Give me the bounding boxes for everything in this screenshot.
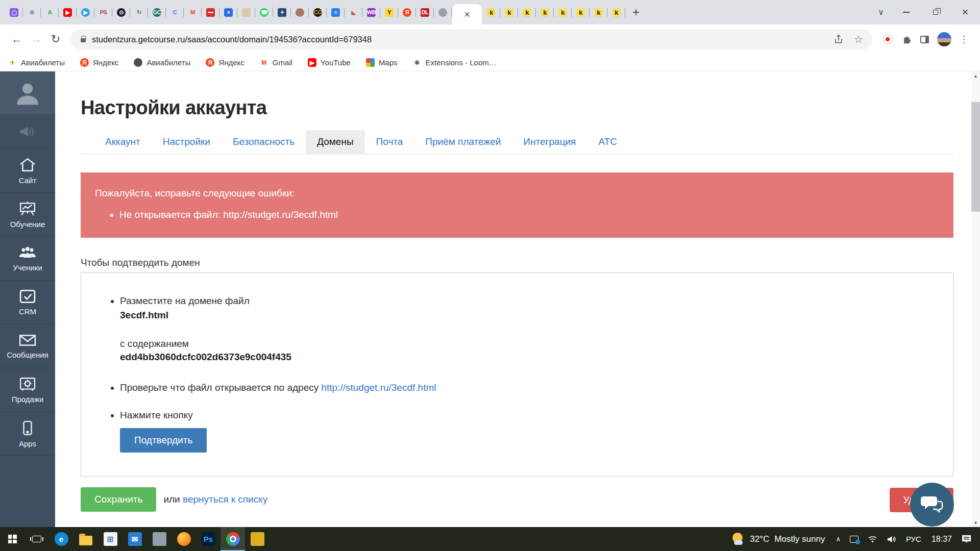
bookmark-item[interactable]: ▶ YouTube (308, 58, 351, 67)
sidebar-item-messages[interactable]: Сообщения (0, 324, 55, 368)
bookmark-star-icon[interactable]: ☆ (854, 33, 863, 45)
bookmark-item[interactable]: Я Яндекс (80, 58, 118, 67)
k-tab[interactable]: k (500, 0, 518, 24)
minimize-button[interactable] (891, 0, 921, 24)
pinned-tab[interactable]: A (41, 0, 59, 24)
settings-tab[interactable]: Домены (306, 130, 364, 154)
k-tab[interactable]: k (536, 0, 554, 24)
tab-close-icon[interactable]: × (464, 9, 470, 19)
pinned-tab[interactable]: ◣ (345, 0, 362, 24)
share-icon[interactable] (834, 34, 844, 44)
taskbar-app[interactable]: e (49, 527, 74, 551)
tray-expand-icon[interactable]: ∧ (831, 535, 845, 543)
step2-file-link[interactable]: http://studget.ru/3ecdf.html (322, 382, 436, 393)
start-button[interactable] (0, 527, 24, 551)
address-bar[interactable]: studentzura.getcourse.ru/saas/account/do… (70, 29, 872, 49)
taskbar-app[interactable] (74, 527, 98, 551)
save-button[interactable]: Сохранить (81, 487, 156, 512)
sidebar-item-sales[interactable]: Продажи (0, 368, 55, 412)
pinned-tab[interactable]: ▶ (77, 0, 94, 24)
pinned-tab[interactable]: GC (148, 0, 166, 24)
taskbar-app[interactable] (245, 527, 270, 551)
close-button[interactable]: × (950, 0, 980, 24)
pinned-tab[interactable]: ⚙ (23, 0, 41, 24)
pinned-tab[interactable]: DL (416, 0, 434, 24)
support-chat-button[interactable] (910, 483, 954, 527)
sidebar-item-apps[interactable]: Apps (0, 412, 55, 456)
k-tab[interactable]: k (590, 0, 607, 24)
lock-icon[interactable] (81, 38, 86, 42)
pinned-tab[interactable]: ☎ (255, 0, 273, 24)
pinned-tab[interactable]: CO (309, 0, 327, 24)
pinned-tab[interactable]: ≡ (327, 0, 345, 24)
pinned-tab[interactable] (237, 0, 255, 24)
pinned-tab[interactable]: ▶ (59, 0, 77, 24)
clock[interactable]: 18:37 (926, 535, 957, 544)
url-text[interactable]: studentzura.getcourse.ru/saas/account/do… (92, 35, 372, 44)
reload-button[interactable]: ↻ (46, 30, 65, 49)
pinned-tab[interactable] (434, 0, 452, 24)
new-tab-button[interactable]: + (628, 5, 644, 20)
settings-tab[interactable]: Приём платежей (414, 130, 512, 154)
forward-button[interactable]: → (27, 30, 46, 49)
pinned-tab[interactable]: M (184, 0, 202, 24)
taskbar-app[interactable]: ✉ (122, 527, 147, 551)
sidebar-announcements[interactable] (0, 114, 55, 149)
scroll-down-icon[interactable]: ▼ (971, 518, 980, 527)
confirm-domain-button[interactable]: Подтвердить (120, 428, 207, 453)
back-to-list-link[interactable]: вернуться к списку (183, 494, 267, 505)
taskbar-app[interactable] (172, 527, 196, 551)
tray-tablet-button[interactable] (845, 536, 863, 543)
k-tab[interactable]: k (482, 0, 500, 24)
pinned-tab[interactable]: × (219, 0, 237, 24)
sidebar-item-training[interactable]: Обучение (0, 193, 55, 237)
side-panel-icon[interactable] (920, 36, 929, 43)
restore-button[interactable] (921, 0, 950, 24)
pinned-tab[interactable]: Y (380, 0, 398, 24)
sidebar-item-crm[interactable]: CRM (0, 281, 55, 324)
pinned-tab[interactable]: PS (94, 0, 112, 24)
pinned-tab[interactable]: WB (362, 0, 380, 24)
k-tab[interactable]: k (518, 0, 536, 24)
profile-avatar[interactable] (937, 32, 951, 46)
sidebar-item-site[interactable]: Сайт (0, 149, 55, 193)
settings-tab[interactable]: АТС (587, 130, 628, 154)
k-tab[interactable]: k (554, 0, 572, 24)
bookmark-item[interactable]: Авиабилеты (134, 58, 190, 67)
pinned-tab[interactable]: C (166, 0, 184, 24)
taskbar-app[interactable] (147, 527, 172, 551)
settings-tab[interactable]: Почта (365, 130, 414, 154)
bookmark-item[interactable]: Я Яндекс (206, 58, 244, 67)
settings-tab[interactable]: Безопасность (222, 130, 306, 154)
menu-kebab-icon[interactable]: ⋮ (960, 34, 969, 45)
sidebar-avatar[interactable] (0, 71, 55, 114)
k-tab[interactable]: k (607, 0, 625, 24)
page-scrollbar[interactable]: ▲ ▼ (971, 71, 980, 527)
sidebar-item-students[interactable]: Ученики (0, 237, 55, 281)
k-tab[interactable]: k (572, 0, 590, 24)
extensions-puzzle-icon[interactable] (902, 34, 912, 44)
weather-widget[interactable]: 32°C Mostly sunny (725, 532, 831, 546)
settings-tab[interactable]: Интеграция (512, 130, 587, 154)
scroll-up-icon[interactable]: ▲ (971, 71, 980, 80)
taskbar-app[interactable]: Ps (196, 527, 220, 551)
bookmark-item[interactable]: M Gmail (260, 58, 292, 67)
notification-center-button[interactable] (957, 535, 976, 544)
pinned-tab[interactable]: ▢ (5, 0, 23, 24)
settings-tab[interactable]: Аккаунт (94, 130, 152, 154)
back-button[interactable]: ← (7, 30, 27, 49)
pinned-tab[interactable]: ↻ (130, 0, 148, 24)
active-tab[interactable]: × (452, 4, 482, 24)
settings-tab[interactable]: Настройки (152, 130, 222, 154)
loom-extension-icon[interactable] (881, 33, 894, 45)
taskbar-app[interactable] (220, 527, 245, 551)
tray-wifi-button[interactable] (863, 535, 882, 543)
pinned-tab[interactable]: ⊙ (112, 0, 130, 24)
tab-search-icon[interactable]: ∨ (871, 0, 891, 24)
scrollbar-thumb[interactable] (971, 102, 980, 212)
task-view-button[interactable] (24, 527, 49, 551)
tray-volume-button[interactable] (882, 535, 901, 543)
pinned-tab[interactable]: ✦ (273, 0, 291, 24)
bookmark-item[interactable]: ✈ Авиабилеты (8, 58, 65, 67)
pinned-tab[interactable]: Я (398, 0, 416, 24)
